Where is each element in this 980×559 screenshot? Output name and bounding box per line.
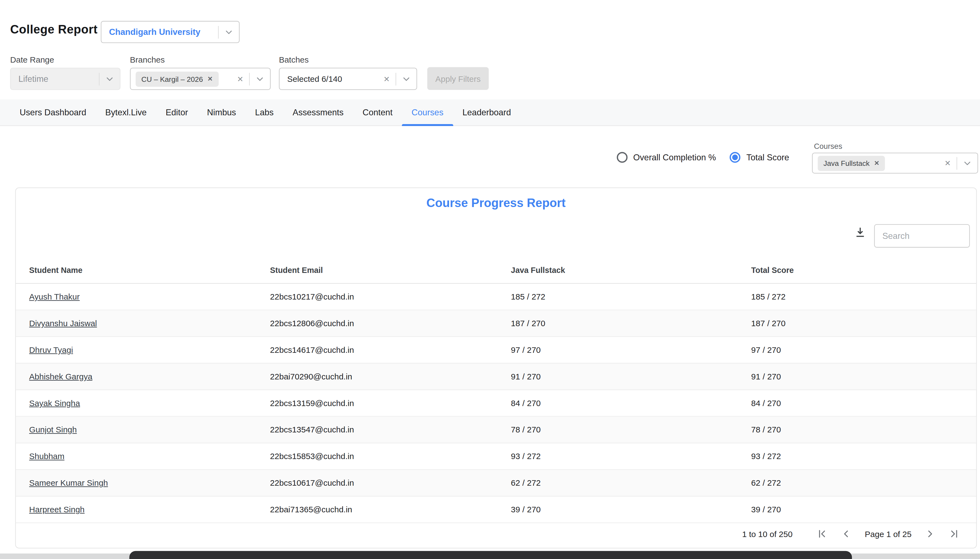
total-score: 84 / 270 bbox=[751, 399, 976, 408]
tab-courses[interactable]: Courses bbox=[402, 99, 453, 126]
tab-nimbus[interactable]: Nimbus bbox=[197, 99, 246, 126]
report-title: Course Progress Report bbox=[16, 196, 976, 210]
batches-value: Selected 6/140 bbox=[280, 74, 378, 84]
tab-label: Bytexl.Live bbox=[105, 108, 147, 117]
chevron-down-icon[interactable] bbox=[99, 74, 120, 84]
first-page-icon bbox=[817, 528, 828, 540]
course-chip-label: Java Fullstack bbox=[823, 159, 869, 167]
chip-remove-icon[interactable]: ✕ bbox=[207, 75, 213, 82]
date-range-select[interactable]: Lifetime bbox=[10, 68, 120, 90]
tab-leaderboard[interactable]: Leaderboard bbox=[453, 99, 521, 126]
student-name-link[interactable]: Divyanshu Jaiswal bbox=[29, 319, 97, 328]
courses-select[interactable]: Java Fullstack ✕ ✕ bbox=[812, 153, 978, 174]
student-email: 22bai70290@cuchd.in bbox=[270, 372, 511, 381]
java-fullstack-score: 93 / 272 bbox=[511, 452, 751, 461]
table-row: Sayak Singha 22bcs13159@cuchd.in 84 / 27… bbox=[16, 390, 976, 417]
apply-filters-button[interactable]: Apply Filters bbox=[427, 67, 489, 90]
pagination-nav: Page 1 of 25 bbox=[814, 526, 962, 542]
total-score: 78 / 270 bbox=[751, 425, 976, 435]
radio-overall-completion[interactable]: Overall Completion % bbox=[617, 152, 716, 163]
tab-content[interactable]: Content bbox=[353, 99, 402, 126]
total-score: 187 / 270 bbox=[751, 319, 976, 328]
column-header-java-fullstack: Java Fullstack bbox=[511, 266, 751, 275]
java-fullstack-score: 84 / 270 bbox=[511, 399, 751, 408]
tab-users-dashboard[interactable]: Users Dashboard bbox=[10, 99, 96, 126]
bottom-overlay-bar bbox=[129, 551, 852, 559]
download-button[interactable] bbox=[851, 223, 869, 241]
university-select[interactable]: Chandigarh University bbox=[101, 21, 240, 43]
table-header: Student Name Student Email Java Fullstac… bbox=[16, 258, 976, 284]
java-fullstack-score: 97 / 270 bbox=[511, 345, 751, 355]
table-row: Ayush Thakur 22bcs10217@cuchd.in 185 / 2… bbox=[16, 284, 976, 310]
branches-select[interactable]: CU – Kargil – 2026 ✕ ✕ bbox=[130, 68, 271, 90]
student-email: 22bcs13547@cuchd.in bbox=[270, 425, 511, 435]
student-email: 22bcs10617@cuchd.in bbox=[270, 478, 511, 488]
last-page-icon bbox=[948, 528, 960, 540]
student-name-link[interactable]: Harpreet Singh bbox=[29, 504, 85, 514]
clear-icon[interactable]: ✕ bbox=[939, 159, 957, 167]
chevron-down-icon[interactable] bbox=[396, 74, 416, 84]
score-toggle-group: Overall Completion % Total Score bbox=[617, 152, 789, 163]
total-score: 91 / 270 bbox=[751, 372, 976, 381]
radio-icon bbox=[730, 152, 741, 163]
java-fullstack-score: 62 / 272 bbox=[511, 478, 751, 488]
java-fullstack-score: 78 / 270 bbox=[511, 425, 751, 435]
report-card: Course Progress Report Student Name Stud… bbox=[15, 187, 977, 549]
tab-bytexl-live[interactable]: Bytexl.Live bbox=[96, 99, 156, 126]
student-email: 22bcs15853@cuchd.in bbox=[270, 452, 511, 461]
student-name-link[interactable]: Abhishek Gargya bbox=[29, 372, 92, 381]
next-page-button[interactable] bbox=[922, 526, 938, 542]
student-email: 22bcs10217@cuchd.in bbox=[270, 292, 511, 301]
java-fullstack-score: 39 / 270 bbox=[511, 504, 751, 514]
total-score: 62 / 272 bbox=[751, 478, 976, 488]
tab-editor[interactable]: Editor bbox=[156, 99, 197, 126]
tab-label: Leaderboard bbox=[463, 108, 511, 117]
branch-chip[interactable]: CU – Kargil – 2026 ✕ bbox=[136, 71, 219, 86]
tab-label: Users Dashboard bbox=[20, 108, 86, 117]
student-email: 22bcs13159@cuchd.in bbox=[270, 399, 511, 408]
table-row: Sameer Kumar Singh 22bcs10617@cuchd.in 6… bbox=[16, 470, 976, 496]
student-name-link[interactable]: Ayush Thakur bbox=[29, 292, 80, 301]
pagination-range: 1 to 10 of 250 bbox=[742, 529, 792, 539]
last-page-button[interactable] bbox=[946, 526, 962, 542]
table-row: Harpreet Singh 22bai71365@cuchd.in 39 / … bbox=[16, 496, 976, 523]
tab-label: Courses bbox=[412, 108, 444, 117]
total-score: 39 / 270 bbox=[751, 504, 976, 514]
page-title: College Report | bbox=[10, 23, 105, 37]
java-fullstack-score: 187 / 270 bbox=[511, 319, 751, 328]
radio-icon bbox=[617, 152, 627, 163]
total-score: 185 / 272 bbox=[751, 292, 976, 301]
student-name-link[interactable]: Sameer Kumar Singh bbox=[29, 478, 108, 488]
chevron-down-icon[interactable] bbox=[219, 27, 239, 37]
course-chip[interactable]: Java Fullstack ✕ bbox=[818, 155, 885, 170]
tab-label: Editor bbox=[166, 108, 188, 117]
chip-remove-icon[interactable]: ✕ bbox=[874, 159, 879, 166]
prev-page-button[interactable] bbox=[838, 526, 855, 542]
column-header-student-email: Student Email bbox=[270, 266, 511, 275]
chevron-down-icon[interactable] bbox=[957, 158, 978, 168]
tab-labs[interactable]: Labs bbox=[246, 99, 284, 126]
college-report-page: College Report | Chandigarh University D… bbox=[0, 0, 980, 559]
student-name-link[interactable]: Gunjot Singh bbox=[29, 425, 77, 435]
student-email: 22bcs12806@cuchd.in bbox=[270, 319, 511, 328]
student-name-link[interactable]: Sayak Singha bbox=[29, 399, 80, 408]
radio-total-score[interactable]: Total Score bbox=[730, 152, 789, 163]
column-header-student-name: Student Name bbox=[29, 266, 270, 275]
student-name-link[interactable]: Shubham bbox=[29, 452, 64, 461]
clear-icon[interactable]: ✕ bbox=[378, 74, 396, 83]
student-name-link[interactable]: Dhruv Tyagi bbox=[29, 345, 73, 355]
branches-label: Branches bbox=[130, 55, 165, 65]
clear-icon[interactable]: ✕ bbox=[231, 74, 249, 83]
tab-assessments[interactable]: Assessments bbox=[283, 99, 353, 126]
chevron-left-icon bbox=[841, 528, 852, 540]
date-range-value: Lifetime bbox=[11, 74, 99, 84]
table-row: Abhishek Gargya 22bai70290@cuchd.in 91 /… bbox=[16, 364, 976, 390]
table-row: Divyanshu Jaiswal 22bcs12806@cuchd.in 18… bbox=[16, 310, 976, 337]
search-input[interactable] bbox=[875, 225, 969, 247]
first-page-button[interactable] bbox=[814, 526, 831, 542]
chevron-down-icon[interactable] bbox=[250, 74, 270, 84]
radio-label: Overall Completion % bbox=[633, 153, 716, 162]
courses-filter-label: Courses bbox=[814, 142, 842, 151]
batches-select[interactable]: Selected 6/140 ✕ bbox=[279, 68, 417, 90]
radio-label: Total Score bbox=[746, 153, 789, 162]
